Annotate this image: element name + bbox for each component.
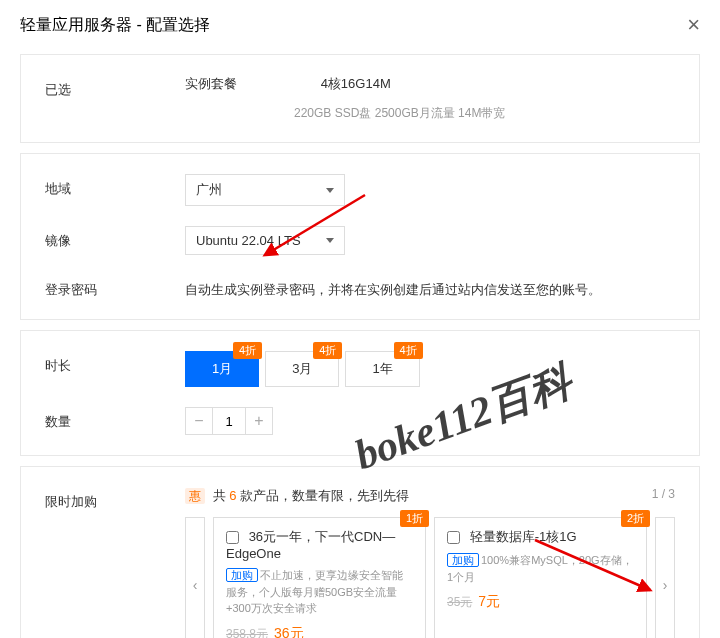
addon-checkbox[interactable] [226, 531, 239, 544]
close-icon[interactable]: × [687, 14, 700, 36]
spec-detail: 220GB SSD盘 2500GB月流量 14M带宽 [294, 105, 675, 122]
password-text: 自动生成实例登录密码，并将在实例创建后通过站内信发送至您的账号。 [185, 275, 601, 299]
duration-option-3m[interactable]: 3月 4折 [265, 351, 339, 387]
discount-badge: 2折 [621, 510, 650, 527]
addon-label: 限时加购 [45, 487, 185, 511]
hot-tag: 惠 [185, 488, 205, 504]
quantity-plus-button[interactable]: + [245, 407, 273, 435]
addon-card[interactable]: 1折 36元一年，下一代CDN—EdgeOne 加购不止加速，更享边缘安全智能服… [213, 517, 426, 638]
duration-option-1m[interactable]: 1月 4折 [185, 351, 259, 387]
quantity-input[interactable] [213, 407, 245, 435]
region-value: 广州 [196, 181, 222, 199]
addon-pager: 1 / 3 [652, 487, 675, 501]
addon-next-button[interactable]: › [655, 517, 675, 638]
addon-checkbox[interactable] [447, 531, 460, 544]
image-label: 镜像 [45, 226, 185, 250]
discount-badge: 1折 [400, 510, 429, 527]
duration-label: 时长 [45, 351, 185, 375]
quantity-stepper: − + [185, 407, 273, 435]
addon-card[interactable]: 2折 轻量数据库-1核1G 加购100%兼容MySQL，20G存储，1个月 35… [434, 517, 647, 638]
region-label: 地域 [45, 174, 185, 198]
dialog-title: 轻量应用服务器 - 配置选择 [20, 15, 210, 36]
discount-badge: 4折 [394, 342, 423, 359]
image-dropdown[interactable]: Ubuntu 22.04 LTS [185, 226, 345, 255]
duration-group: 1月 4折 3月 4折 1年 4折 [185, 351, 426, 387]
chevron-down-icon [326, 188, 334, 193]
password-label: 登录密码 [45, 275, 185, 299]
image-value: Ubuntu 22.04 LTS [196, 233, 301, 248]
region-dropdown[interactable]: 广州 [185, 174, 345, 206]
discount-badge: 4折 [233, 342, 262, 359]
addon-prev-button[interactable]: ‹ [185, 517, 205, 638]
discount-badge: 4折 [313, 342, 342, 359]
quantity-minus-button[interactable]: − [185, 407, 213, 435]
duration-option-1y[interactable]: 1年 4折 [345, 351, 419, 387]
spec-value: 4核16G14M [321, 75, 391, 93]
selected-label: 已选 [45, 75, 185, 99]
spec-label: 实例套餐 [185, 75, 237, 93]
quantity-label: 数量 [45, 407, 185, 431]
chevron-down-icon [326, 238, 334, 243]
